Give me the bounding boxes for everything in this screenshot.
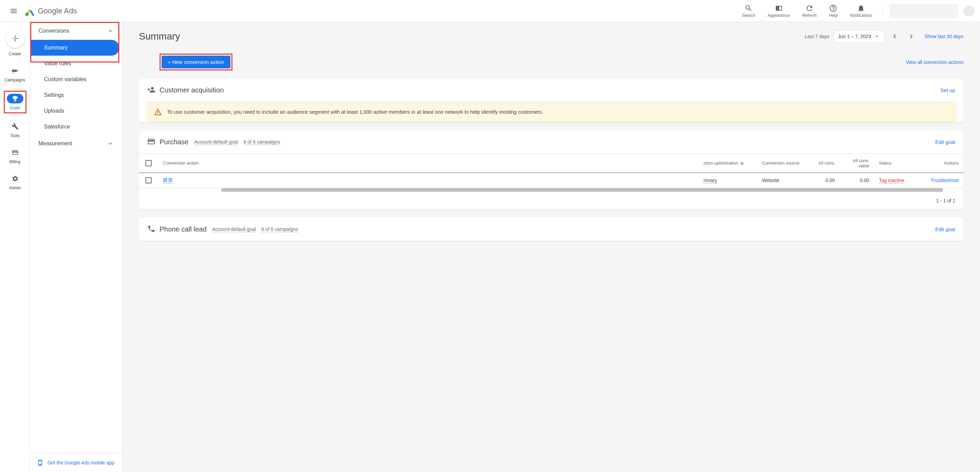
bell-icon [857, 4, 865, 13]
status-badge[interactable]: Tag inactive [879, 177, 904, 184]
mobile-app-link[interactable]: Get the Google Ads mobile app [30, 453, 122, 472]
new-conversion-action-button[interactable]: + New conversion action [162, 55, 231, 68]
create-button[interactable]: Create [4, 27, 26, 58]
date-range-picker[interactable]: Jun 1 – 7, 2023 [834, 30, 885, 43]
sidebar-group-conversions[interactable]: Conversions [30, 22, 122, 40]
show-last-30-link[interactable]: Show last 30 days [924, 34, 964, 39]
col-actions: Actions [919, 154, 964, 173]
header-actions: Search Appearance Refresh Help Notificat… [737, 2, 975, 20]
setup-link[interactable]: Set up [940, 87, 955, 93]
page-title: Summary [139, 31, 180, 42]
logo-text: Google Ads [38, 6, 77, 16]
goal-type-label[interactable]: Account-default goal [194, 139, 238, 145]
sidebar: Conversions Summary Value rules Custom v… [30, 22, 123, 472]
conv-value: 0.00 [840, 173, 874, 188]
help-icon [829, 4, 837, 13]
edit-goal-link[interactable]: Edit goal [935, 139, 955, 145]
card-icon [12, 149, 19, 156]
customer-acquisition-card: Customer acquisition Set up To use custo… [139, 79, 964, 122]
edit-goal-link[interactable]: Edit goal [935, 226, 955, 232]
warning-icon [154, 108, 162, 116]
chevron-down-icon [107, 140, 114, 147]
sidebar-item-value-rules[interactable]: Value rules [30, 55, 122, 71]
search-icon [745, 4, 753, 13]
campaigns-count-link[interactable]: 6 of 6 campaigns [261, 226, 298, 232]
purchase-card: Purchase Account-default goal 6 of 6 cam… [139, 130, 964, 209]
view-all-conversions-link[interactable]: View all conversion actions [906, 59, 964, 65]
sidebar-item-summary[interactable]: Summary [30, 40, 119, 55]
col-all-conv[interactable]: All conv. [805, 154, 840, 173]
source-value: Website [757, 173, 805, 188]
hamburger-menu-button[interactable] [5, 3, 22, 19]
refresh-button[interactable]: Refresh [797, 2, 822, 20]
optimization-value[interactable]: rimary [703, 177, 717, 184]
help-button[interactable]: Help [824, 2, 843, 20]
credit-card-icon [147, 138, 156, 147]
rail-campaigns[interactable]: Campaigns [3, 65, 27, 84]
rail-admin[interactable]: Admin [5, 173, 25, 192]
user-avatar[interactable] [964, 5, 975, 16]
tools-icon [12, 123, 19, 130]
trophy-icon [12, 95, 19, 102]
person-add-icon [147, 86, 156, 95]
rail-billing[interactable]: Billing [5, 146, 25, 166]
phone-call-lead-card: Phone call lead Account-default goal 6 o… [139, 218, 964, 241]
col-conv-value[interactable]: All conv. value [840, 154, 874, 173]
mobile-icon [37, 459, 43, 467]
sidebar-item-uploads[interactable]: Uploads [30, 103, 122, 119]
date-range-label: Last 7 days [805, 34, 829, 39]
conversion-name-link[interactable]: 購買 [163, 177, 173, 184]
svg-point-0 [25, 13, 29, 16]
menu-icon [10, 7, 18, 15]
goal-type-label[interactable]: Account-default goal [212, 226, 256, 232]
sidebar-item-settings[interactable]: Settings [30, 87, 122, 103]
select-all-checkbox[interactable] [145, 160, 152, 166]
pagination-info: 1 - 1 of 1 [139, 192, 964, 209]
chevron-left-icon [891, 32, 899, 41]
horizontal-scrollbar[interactable] [221, 188, 943, 192]
appearance-icon [775, 4, 783, 13]
notifications-button[interactable]: Notifications [845, 2, 878, 20]
chevron-right-icon [907, 32, 915, 41]
prev-period-button[interactable] [889, 30, 901, 43]
nav-rail: Create Campaigns Goals Tools Billing Adm… [0, 22, 30, 472]
table-row: 購買 rimary Website 0.00 0.00 Tag inactive… [139, 173, 964, 188]
account-selector[interactable] [889, 4, 958, 18]
highlight-annotation: + New conversion action [159, 54, 232, 70]
megaphone-icon [11, 67, 18, 74]
page-header: Summary Last 7 days Jun 1 – 7, 2023 Show… [139, 30, 964, 43]
campaigns-count-link[interactable]: 6 of 6 campaigns [243, 139, 280, 145]
chevron-up-icon [107, 27, 114, 34]
warning-banner: To use customer acquisition, you need to… [146, 102, 957, 122]
troubleshoot-link[interactable]: Troubleshoot [931, 177, 959, 183]
card-title: Customer acquisition [159, 86, 224, 94]
table-header: Conversion action ction optimization Con… [139, 154, 964, 173]
row-checkbox[interactable] [145, 177, 152, 184]
main-content: Summary Last 7 days Jun 1 – 7, 2023 Show… [123, 22, 980, 472]
dropdown-icon [874, 33, 880, 40]
all-conv-value: 0.00 [805, 173, 840, 188]
phone-icon [147, 225, 156, 234]
refresh-icon [805, 4, 814, 13]
sidebar-item-custom-variables[interactable]: Custom variables [30, 71, 122, 87]
col-status[interactable]: Status [874, 154, 919, 173]
gear-icon [12, 175, 19, 182]
rail-tools[interactable]: Tools [5, 120, 25, 139]
search-button[interactable]: Search [737, 2, 760, 20]
rail-goals[interactable]: Goals [5, 92, 25, 112]
sort-down-icon [739, 160, 745, 166]
col-source[interactable]: Conversion source [757, 154, 805, 173]
app-header: Google Ads Search Appearance Refresh Hel… [0, 0, 980, 22]
col-optimization[interactable]: ction optimization [699, 154, 757, 173]
card-title: Phone call lead [159, 225, 207, 233]
card-title: Purchase [159, 138, 189, 146]
google-ads-logo[interactable]: Google Ads [25, 5, 77, 16]
appearance-button[interactable]: Appearance [762, 2, 795, 20]
highlight-annotation: Goals [4, 91, 27, 113]
divider [882, 5, 882, 16]
col-conversion-action[interactable]: Conversion action [158, 154, 699, 173]
sidebar-item-salesforce[interactable]: Salesforce [30, 119, 122, 135]
next-period-button[interactable] [905, 30, 917, 43]
sidebar-group-measurement[interactable]: Measurement [30, 135, 122, 152]
ads-logo-icon [25, 5, 36, 16]
